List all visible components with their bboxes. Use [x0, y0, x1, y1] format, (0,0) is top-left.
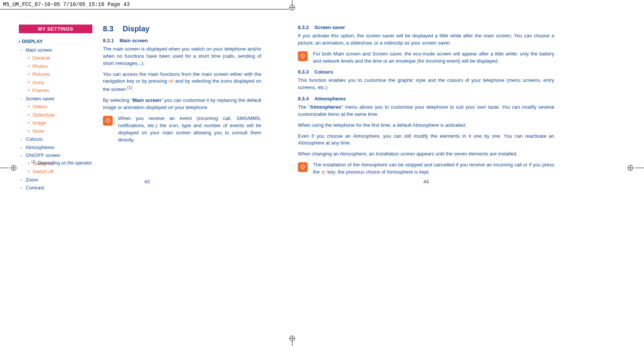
- svg-line-29: [305, 54, 305, 54]
- page-44: 8.3.2Screen saver If you activate this o…: [298, 25, 554, 192]
- nav-item-onoff: ON/OFF screen: [19, 151, 92, 160]
- svg-point-23: [301, 54, 304, 57]
- nav-item-main-screen: Main screen: [19, 46, 92, 54]
- nav-sub-pictures: Pictures: [19, 70, 92, 78]
- nav-item-contrast: Contrast: [19, 184, 92, 192]
- lightbulb-icon: [103, 116, 113, 126]
- svg-line-22: [110, 118, 110, 118]
- subsection-8-3-1: 8.3.1Main screen: [103, 38, 261, 43]
- nav-root-display: DISPLAY: [19, 37, 92, 46]
- section-number: 8.3: [103, 25, 113, 33]
- nav-sub-icons: Icons: [19, 78, 92, 87]
- para-main-screen-1: The main screen is displayed when you sw…: [103, 46, 261, 67]
- nav-section-header: MY SETTINGS: [19, 25, 92, 33]
- svg-line-35: [301, 165, 301, 165]
- svg-line-28: [301, 54, 301, 54]
- para-screen-saver: If you activate this option, the screen …: [298, 32, 554, 47]
- c-key-icon: ⊂: [321, 169, 326, 175]
- lightbulb-icon: [298, 162, 308, 172]
- footnote-operator: (1) Depending on the operator.: [31, 160, 93, 166]
- page-43: MY SETTINGS DISPLAY Main screen General …: [19, 25, 275, 192]
- section-title: Display: [123, 25, 149, 33]
- para-main-screen-2: You can access the main functions from t…: [103, 71, 261, 94]
- nav-sub-general: General: [19, 54, 92, 62]
- tip-atmosphere-cancel: The installation of the Atmosphere can b…: [298, 161, 554, 176]
- sidebar-nav: MY SETTINGS DISPLAY Main screen General …: [19, 25, 92, 192]
- crop-mark-bottom: [287, 335, 298, 346]
- tip-atmosphere-text: The installation of the Atmosphere can b…: [313, 161, 554, 176]
- prepress-slug: M5_UM_FCC_07-10-05 7/10/05 15:16 Page 43: [0, 0, 290, 9]
- ok-key-icon: ok: [169, 78, 174, 84]
- nav-sub-frames: Frames: [19, 86, 92, 95]
- para-atmospheres-1: The "Atmospheres" menu allows you to cus…: [298, 104, 554, 118]
- svg-line-36: [305, 165, 305, 165]
- left-column-content: 8.3 Display 8.3.1Main screen The main sc…: [103, 25, 261, 192]
- crop-mark-top: [287, 0, 298, 11]
- nav-sub-photos: Photos: [19, 62, 92, 71]
- tip-event-display: When you receive an event (incoming call…: [103, 115, 261, 143]
- tip-eco-text: For both Main screen and Screen saver, t…: [313, 51, 554, 65]
- subsection-8-3-4: 8.3.4Atmospheres: [298, 96, 554, 101]
- para-atmospheres-2: When using the telephone for the first t…: [298, 122, 554, 129]
- subsection-8-3-2: 8.3.2Screen saver: [298, 25, 554, 30]
- para-main-screen-3: By selecting "Main screen" you can custo…: [103, 97, 261, 111]
- para-colours: This function enables you to customise t…: [298, 77, 554, 91]
- page-number-right: 44: [298, 179, 554, 185]
- nav-sub-switch-off: Switch off: [19, 168, 92, 176]
- nav-sub-videos: Videos: [19, 103, 92, 111]
- nav-sub-image: Image: [19, 119, 92, 127]
- nav-sub-slideshow: Slideshow: [19, 111, 92, 119]
- svg-point-30: [301, 165, 304, 168]
- nav-sub-none: None: [19, 127, 92, 135]
- nav-item-screen-saver: Screen saver: [19, 95, 92, 103]
- subsection-8-3-3: 8.3.3Colours: [298, 69, 554, 75]
- nav-item-colours: Colours: [19, 135, 92, 143]
- tip-event-text: When you receive an event (incoming call…: [118, 115, 261, 143]
- tip-eco-mode: For both Main screen and Screen saver, t…: [298, 51, 554, 65]
- lightbulb-icon: [298, 51, 308, 61]
- page-spread: MY SETTINGS DISPLAY Main screen General …: [0, 9, 644, 200]
- para-atmospheres-3: Even if you choose an Atmosphere, you ca…: [298, 133, 554, 147]
- nav-item-atmospheres: Atmospheres: [19, 143, 92, 152]
- svg-point-16: [106, 119, 109, 122]
- svg-line-21: [106, 118, 106, 118]
- page-number-left: 43: [19, 179, 275, 185]
- crop-mark-right: [622, 162, 644, 174]
- para-atmospheres-4: When changing an Atmosphere, an installa…: [298, 151, 554, 158]
